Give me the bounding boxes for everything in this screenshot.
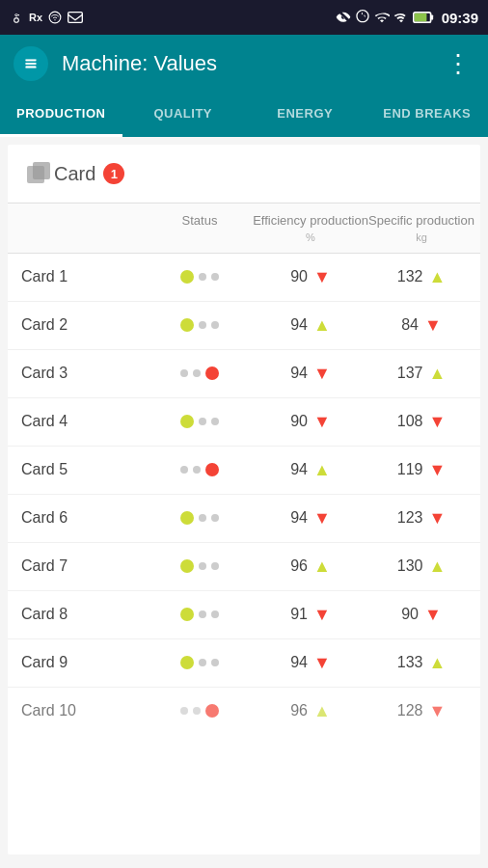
col-efficiency-header: Efficiency production % [253,213,368,243]
efficiency-value: 94 [290,461,308,478]
status-dot [180,608,194,621]
arrow-down-icon: ▼ [313,412,331,432]
row-specific: 90▼ [368,605,474,625]
row-specific: 133▲ [368,653,474,673]
rx-icon: Rx [29,12,42,23]
row-specific: 132▲ [368,267,474,287]
arrow-up-icon: ▲ [428,653,446,673]
tabs-bar: PRODUCTION QUALITY ENERGY END BREAKS [0,93,488,137]
row-name: Card 3 [21,365,147,382]
status-dot [199,514,206,522]
app-bar-title: Machine: Values [62,51,217,76]
row-status [147,366,253,380]
efficiency-value: 94 [290,654,308,671]
arrow-down-icon: ▼ [428,508,446,529]
tab-end-breaks[interactable]: END BREAKS [366,93,489,137]
row-status [147,270,253,284]
status-bar-right-icons: 09:39 [336,10,478,26]
row-name: Card 10 [21,702,147,719]
battery-icon [413,11,434,24]
status-dot [205,704,219,718]
arrow-up-icon: ▲ [428,364,446,384]
more-button[interactable]: ⋮ [442,45,474,83]
status-dot [199,610,206,618]
arrow-down-icon: ▼ [428,460,446,480]
status-dot [193,707,201,715]
efficiency-value: 91 [290,606,308,623]
usb-icon [10,11,23,24]
efficiency-value: 96 [290,557,308,575]
specific-value: 137 [397,365,423,382]
row-efficiency: 94▼ [253,508,368,529]
main-content: Card 1 Status Efficiency production % Sp… [8,145,480,854]
arrow-down-icon: ▼ [424,605,442,625]
row-name: Card 1 [21,268,147,285]
app-bar-left: Machine: Values [14,46,217,81]
status-dot [180,656,194,669]
status-dot [211,610,219,618]
status-dot [180,707,188,715]
specific-value: 130 [397,557,423,575]
arrow-down-icon: ▼ [428,701,446,721]
status-dot [211,321,219,329]
specific-value: 132 [397,268,423,285]
specific-value: 84 [401,316,419,334]
row-name: Card 7 [21,557,147,575]
tab-production[interactable]: PRODUCTION [0,93,122,137]
signal-icon [393,10,409,25]
tab-quality[interactable]: QUALITY [122,93,245,137]
col-specific-header: Specific production kg [368,213,474,243]
row-efficiency: 90▼ [253,412,368,432]
row-efficiency: 96▲ [253,556,368,577]
efficiency-value: 94 [290,509,308,527]
status-dot [180,369,188,377]
row-efficiency: 94▼ [253,653,368,673]
svg-rect-11 [33,162,50,179]
arrow-down-icon: ▼ [428,412,446,432]
svg-point-1 [54,19,55,20]
row-specific: 119▼ [368,460,474,480]
specific-value: 119 [397,461,423,478]
efficiency-value: 90 [290,413,308,430]
status-dot [205,463,219,476]
svg-rect-4 [430,14,433,19]
status-dot [211,418,219,425]
row-specific: 123▼ [368,508,474,529]
table-row: Card 294▲84▼ [8,302,480,350]
table-body: Card 190▼132▲Card 294▲84▼Card 394▼137▲Ca… [8,254,480,735]
specific-value: 123 [397,509,423,527]
table-row: Card 891▼90▼ [8,591,480,639]
row-efficiency: 94▲ [253,460,368,480]
arrow-up-icon: ▲ [428,267,446,287]
status-dot [180,559,194,573]
mute-icon [355,10,370,25]
row-name: Card 5 [21,461,147,478]
row-status [147,415,253,428]
row-specific: 108▼ [368,412,474,432]
status-dot [205,366,219,380]
hamburger-button[interactable] [14,46,48,81]
status-dot [199,418,206,425]
status-dot [180,511,194,525]
arrow-down-icon: ▼ [313,267,331,287]
row-name: Card 8 [21,606,147,623]
table-row: Card 490▼108▼ [8,398,480,447]
col-status-header: Status [147,213,253,243]
status-dot [193,466,201,474]
row-specific: 128▼ [368,701,474,721]
row-name: Card 4 [21,413,147,430]
table-row: Card 190▼132▲ [8,254,480,302]
arrow-down-icon: ▼ [313,653,331,673]
table-row: Card 694▼123▼ [8,495,480,543]
row-efficiency: 90▼ [253,267,368,287]
eye-off-icon [336,10,351,25]
tab-energy[interactable]: ENERGY [244,93,366,137]
row-status [147,608,253,621]
status-dot [193,369,201,377]
status-dot [211,562,219,570]
section-header: Card 1 [8,145,480,203]
status-dot [211,514,219,522]
table-row: Card 994▼133▲ [8,639,480,688]
row-status [147,656,253,669]
col-name-header [21,213,147,243]
